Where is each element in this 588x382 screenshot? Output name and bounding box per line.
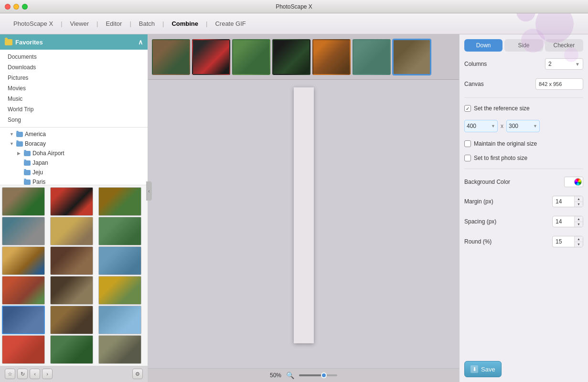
favorites-title: Favorites xyxy=(15,39,43,46)
ref-size-checkbox[interactable]: ✓ xyxy=(464,105,471,112)
tree-item-doha[interactable]: ▶ Doha Airport xyxy=(0,149,148,158)
thumb-10[interactable] xyxy=(2,276,45,305)
strip-photo-7[interactable] xyxy=(393,39,431,75)
nav-editor[interactable]: Editor xyxy=(100,17,128,30)
nav-creategif[interactable]: Create GIF xyxy=(209,17,251,30)
tree-item-jeju[interactable]: Jeju xyxy=(0,168,148,177)
favorites-item-pictures[interactable]: Pictures xyxy=(0,73,148,83)
bg-color-label: Background Color xyxy=(464,179,510,185)
ref-width-value: 400 xyxy=(467,123,476,129)
first-photo-size-checkbox[interactable] xyxy=(464,155,471,161)
favorites-collapse-icon[interactable]: ∧ xyxy=(138,38,143,46)
tab-checker[interactable]: Checker xyxy=(545,39,583,52)
round-spinbox[interactable]: 15 ▲ ▼ xyxy=(552,236,583,247)
spacing-up-button[interactable]: ▲ xyxy=(575,216,583,222)
sidebar-nav-buttons: ☆ ↻ ‹ › xyxy=(5,369,53,379)
ref-width-input[interactable]: 400 ▼ xyxy=(464,120,498,132)
strip-photo-1[interactable] xyxy=(152,39,190,75)
strip-photo-3[interactable] xyxy=(232,39,270,75)
nav-batch[interactable]: Batch xyxy=(133,17,160,30)
spacing-spinbox[interactable]: 14 ▲ ▼ xyxy=(552,216,583,227)
save-button[interactable]: ⬇ Save xyxy=(464,361,502,377)
ref-size-checkbox-row: ✓ Set the reference size xyxy=(464,104,583,113)
columns-row: Columns 2 ▼ xyxy=(464,56,583,72)
strip-photo-2[interactable] xyxy=(192,39,230,75)
thumb-17[interactable] xyxy=(50,335,93,364)
margin-down-button[interactable]: ▼ xyxy=(575,202,583,207)
maintain-size-checkbox[interactable] xyxy=(464,140,471,147)
nav-viewer[interactable]: Viewer xyxy=(64,17,95,30)
thumb-13[interactable] xyxy=(2,306,45,334)
nav-sep-4: | xyxy=(160,20,166,27)
thumb-4[interactable] xyxy=(2,217,45,245)
tab-side[interactable]: Side xyxy=(504,39,543,52)
ref-height-input[interactable]: 300 ▼ xyxy=(506,120,540,132)
favorites-item-music[interactable]: Music xyxy=(0,94,148,104)
tree-item-boracay[interactable]: ▼ Boracay xyxy=(0,139,148,149)
columns-input[interactable]: 2 ▼ xyxy=(545,58,583,70)
favorites-star-button[interactable]: ☆ xyxy=(5,369,15,379)
favorites-item-downloads[interactable]: Downloads xyxy=(0,62,148,73)
favorites-item-movies[interactable]: Movies xyxy=(0,83,148,94)
thumb-2[interactable] xyxy=(50,187,93,216)
nav-photoscape[interactable]: PhotoScape X xyxy=(8,17,59,30)
round-down-button[interactable]: ▼ xyxy=(575,242,583,247)
favorites-item-documents[interactable]: Documents xyxy=(0,52,148,62)
tab-down[interactable]: Down xyxy=(464,39,502,52)
mode-tabs: Down Side Checker xyxy=(464,39,583,52)
thumb-11[interactable] xyxy=(50,276,93,305)
tree-label-japan: Japan xyxy=(32,159,48,166)
back-button[interactable]: ‹ xyxy=(30,369,40,379)
thumb-3[interactable] xyxy=(98,187,141,216)
zoom-in-icon[interactable]: 🔍 xyxy=(286,371,294,379)
strip-photo-5[interactable] xyxy=(312,39,351,75)
thumb-9[interactable] xyxy=(98,246,141,275)
thumb-14[interactable] xyxy=(50,306,93,334)
window-controls[interactable] xyxy=(5,4,28,10)
app-container: PhotoScape X | Viewer | Editor | Batch |… xyxy=(0,13,588,382)
maintain-size-label: Maintain the original size xyxy=(474,140,537,147)
strip-photo-4[interactable] xyxy=(272,39,310,75)
zoom-bar: 50% 🔍 xyxy=(148,368,459,382)
refresh-button[interactable]: ↻ xyxy=(17,369,28,379)
margin-up-button[interactable]: ▲ xyxy=(575,196,583,202)
nav-combine[interactable]: Combine xyxy=(166,17,204,30)
thumb-5[interactable] xyxy=(50,217,93,245)
favorites-item-song[interactable]: Song xyxy=(0,115,148,125)
nav-sep-2: | xyxy=(95,20,100,27)
tree-item-paris[interactable]: Paris xyxy=(0,177,148,185)
tree-label-boracay: Boracay xyxy=(25,140,46,147)
settings-button[interactable]: ⚙ xyxy=(132,369,143,379)
bg-color-swatch[interactable] xyxy=(564,177,583,187)
spacing-down-button[interactable]: ▼ xyxy=(575,222,583,227)
tree-item-america[interactable]: ▼ America xyxy=(0,129,148,139)
save-icon: ⬇ xyxy=(470,365,478,373)
thumb-18[interactable] xyxy=(98,335,141,364)
sidebar-bottom-bar: ☆ ↻ ‹ › ⚙ xyxy=(0,366,148,382)
round-spinbox-buttons: ▲ ▼ xyxy=(574,236,583,247)
tree-item-japan[interactable]: Japan xyxy=(0,158,148,168)
thumb-12[interactable] xyxy=(98,276,141,305)
thumb-7[interactable] xyxy=(2,246,45,275)
minimize-button[interactable] xyxy=(13,4,19,10)
strip-photo-6[interactable] xyxy=(353,39,391,75)
thumb-15[interactable] xyxy=(98,306,141,334)
tree-section: ▼ America ▼ Boracay ▶ Doha Airport xyxy=(0,127,148,185)
canvas-row: Canvas 842 x 956 xyxy=(464,76,583,92)
favorites-item-worldtrip[interactable]: World Trip xyxy=(0,104,148,115)
thumb-1[interactable] xyxy=(2,187,45,216)
thumb-8[interactable] xyxy=(50,246,93,275)
titlebar: PhotoScape X xyxy=(0,0,588,13)
forward-button[interactable]: › xyxy=(42,369,53,379)
canvas-size-display: 842 x 956 xyxy=(535,78,583,90)
zoom-slider[interactable] xyxy=(299,374,337,376)
thumb-16[interactable] xyxy=(2,335,45,364)
margin-spinbox-buttons: ▲ ▼ xyxy=(574,196,583,207)
round-up-button[interactable]: ▲ xyxy=(575,236,583,242)
margin-spinbox[interactable]: 14 ▲ ▼ xyxy=(552,196,583,207)
collapse-handle[interactable]: ‹ xyxy=(148,181,152,201)
maximize-button[interactable] xyxy=(22,4,28,10)
thumb-6[interactable] xyxy=(98,217,141,245)
spacing-value: 14 xyxy=(553,218,574,225)
close-button[interactable] xyxy=(5,4,11,10)
